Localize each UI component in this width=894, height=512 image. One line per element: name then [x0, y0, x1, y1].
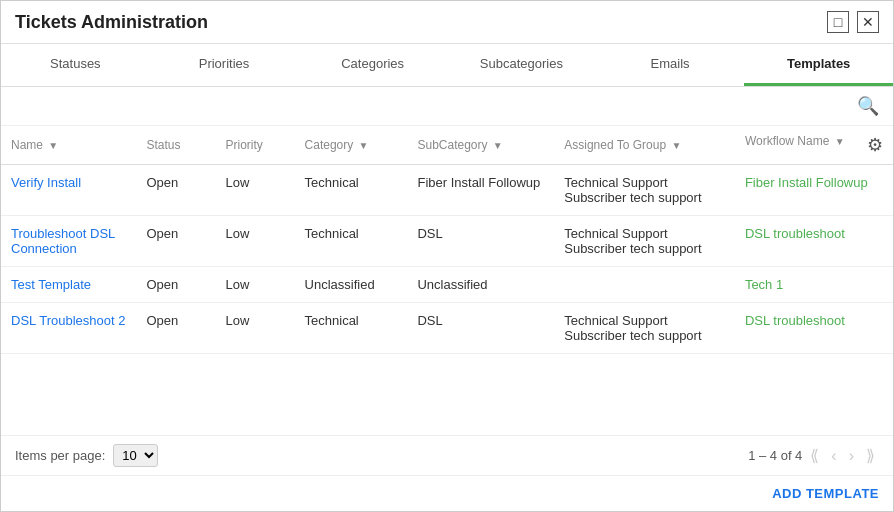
tab-templates[interactable]: Templates: [744, 44, 893, 86]
cell-priority: Low: [216, 267, 295, 303]
table-row: Troubleshoot DSL Connection Open Low Tec…: [1, 216, 893, 267]
close-button[interactable]: ✕: [857, 11, 879, 33]
tab-subcategories[interactable]: Subcategories: [447, 44, 596, 86]
table-row: Test Template Open Low Unclassified Uncl…: [1, 267, 893, 303]
cell-assigned: Technical SupportSubscriber tech support: [554, 303, 735, 354]
templates-table: Name ▼ Status Priority Category ▼ SubCat: [1, 126, 893, 354]
last-page-button[interactable]: ⟫: [862, 444, 879, 467]
cell-subcategory: Fiber Install Followup: [407, 165, 554, 216]
tab-categories[interactable]: Categories: [298, 44, 447, 86]
gear-button[interactable]: ⚙: [867, 134, 883, 156]
assigned-sort-icon: ▼: [671, 140, 681, 151]
table-row: DSL Troubleshoot 2 Open Low Technical DS…: [1, 303, 893, 354]
search-icon: 🔍: [857, 96, 879, 116]
cell-subcategory: DSL: [407, 303, 554, 354]
pagination-footer: Items per page: 10 25 50 1 – 4 of 4 ⟪ ‹ …: [1, 435, 893, 475]
cell-category: Technical: [295, 303, 408, 354]
templates-table-container: Name ▼ Status Priority Category ▼ SubCat: [1, 126, 893, 435]
items-per-page-label: Items per page:: [15, 448, 105, 463]
cell-name[interactable]: Test Template: [1, 267, 136, 303]
next-page-button[interactable]: ›: [845, 445, 858, 467]
tabs-bar: Statuses Priorities Categories Subcatego…: [1, 44, 893, 87]
col-header-priority: Priority: [216, 126, 295, 165]
col-header-subcategory[interactable]: SubCategory ▼: [407, 126, 554, 165]
cell-priority: Low: [216, 303, 295, 354]
pagination-controls: 1 – 4 of 4 ⟪ ‹ › ⟫: [748, 444, 879, 467]
cell-status: Open: [136, 303, 215, 354]
tab-priorities[interactable]: Priorities: [150, 44, 299, 86]
prev-page-button[interactable]: ‹: [827, 445, 840, 467]
cell-category: Technical: [295, 165, 408, 216]
tab-emails[interactable]: Emails: [596, 44, 745, 86]
name-sort-icon: ▼: [48, 140, 58, 151]
cell-assigned: Technical SupportSubscriber tech support: [554, 216, 735, 267]
cell-category: Unclassified: [295, 267, 408, 303]
cell-name[interactable]: DSL Troubleshoot 2: [1, 303, 136, 354]
table-row: Verify Install Open Low Technical Fiber …: [1, 165, 893, 216]
first-page-button[interactable]: ⟪: [806, 444, 823, 467]
cell-priority: Low: [216, 165, 295, 216]
cell-workflow[interactable]: DSL troubleshoot: [735, 303, 893, 354]
cell-subcategory: DSL: [407, 216, 554, 267]
cell-name[interactable]: Verify Install: [1, 165, 136, 216]
tab-statuses[interactable]: Statuses: [1, 44, 150, 86]
cell-status: Open: [136, 165, 215, 216]
cell-assigned: Technical SupportSubscriber tech support: [554, 165, 735, 216]
page-range: 1 – 4 of 4: [748, 448, 802, 463]
col-header-category[interactable]: Category ▼: [295, 126, 408, 165]
cell-assigned: [554, 267, 735, 303]
col-header-workflow[interactable]: Workflow Name ▼ ⚙: [735, 126, 893, 165]
cell-status: Open: [136, 216, 215, 267]
col-header-status: Status: [136, 126, 215, 165]
col-header-assigned[interactable]: Assigned To Group ▼: [554, 126, 735, 165]
maximize-button[interactable]: □: [827, 11, 849, 33]
cell-workflow[interactable]: Fiber Install Followup: [735, 165, 893, 216]
cell-status: Open: [136, 267, 215, 303]
per-page-select[interactable]: 10 25 50: [113, 444, 158, 467]
cell-workflow[interactable]: DSL troubleshoot: [735, 216, 893, 267]
subcategory-sort-icon: ▼: [493, 140, 503, 151]
cell-priority: Low: [216, 216, 295, 267]
cell-workflow[interactable]: Tech 1: [735, 267, 893, 303]
add-template-button[interactable]: ADD TEMPLATE: [772, 486, 879, 501]
page-title: Tickets Administration: [15, 12, 208, 33]
cell-category: Technical: [295, 216, 408, 267]
workflow-sort-icon: ▼: [835, 136, 845, 147]
col-header-name[interactable]: Name ▼: [1, 126, 136, 165]
cell-name[interactable]: Troubleshoot DSL Connection: [1, 216, 136, 267]
search-button[interactable]: 🔍: [857, 95, 879, 117]
add-template-bar: ADD TEMPLATE: [1, 475, 893, 511]
category-sort-icon: ▼: [359, 140, 369, 151]
cell-subcategory: Unclassified: [407, 267, 554, 303]
